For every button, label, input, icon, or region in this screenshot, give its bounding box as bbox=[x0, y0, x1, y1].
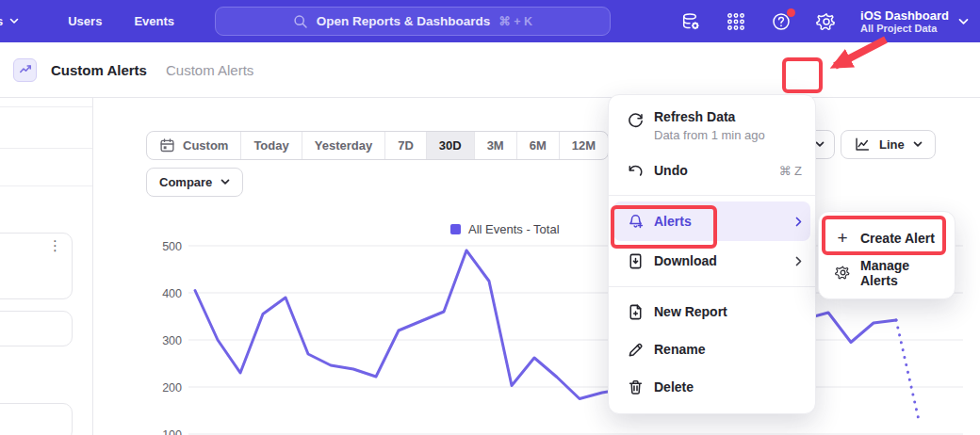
trash-icon bbox=[626, 378, 645, 396]
top-nav-bar: s Users Events Open Reports & Dashboards… bbox=[0, 0, 980, 42]
help-icon[interactable] bbox=[770, 10, 792, 33]
submenu-item-manage-alerts[interactable]: Manage Alerts bbox=[819, 255, 955, 290]
submenu-chevron-icon bbox=[795, 217, 802, 227]
compare-label: Compare bbox=[159, 175, 212, 189]
range-label: Today bbox=[253, 138, 288, 153]
menu-item-shortcut: ⌘ Z bbox=[778, 164, 802, 178]
menu-item-subtext: Data from 1 min ago bbox=[654, 128, 765, 142]
kebab-menu-icon[interactable]: ⋮ bbox=[48, 242, 62, 249]
submenu-item-create-alert[interactable]: + Create Alert bbox=[819, 220, 955, 255]
list-divider bbox=[0, 106, 92, 107]
range-7d[interactable]: 7D bbox=[385, 132, 427, 159]
range-label: 3M bbox=[487, 138, 504, 153]
legend-label: All Events - Total bbox=[468, 222, 560, 236]
svg-text:200: 200 bbox=[162, 381, 182, 395]
svg-text:400: 400 bbox=[162, 287, 182, 300]
menu-item-label: Alerts bbox=[654, 214, 692, 229]
range-today[interactable]: Today bbox=[241, 132, 302, 159]
breadcrumb: Custom Alerts bbox=[166, 62, 253, 78]
nav-item-truncated[interactable]: s bbox=[0, 14, 19, 28]
chevron-down-icon bbox=[815, 141, 825, 148]
chart-legend: All Events - Total bbox=[450, 222, 560, 236]
project-switcher[interactable]: iOS Dashboard All Project Data bbox=[860, 8, 969, 35]
line-chart-icon bbox=[854, 137, 871, 153]
search-icon bbox=[293, 14, 308, 29]
menu-item-alerts[interactable]: Alerts bbox=[613, 201, 810, 241]
submenu-item-label: Create Alert bbox=[860, 231, 935, 246]
alert-bell-icon bbox=[626, 212, 645, 231]
search-placeholder: Open Reports & Dashboards bbox=[317, 14, 491, 28]
menu-item-rename[interactable]: Rename bbox=[609, 330, 815, 368]
range-label: 6M bbox=[530, 138, 547, 153]
menu-item-download[interactable]: Download bbox=[609, 241, 815, 281]
chevron-down-icon bbox=[958, 18, 969, 25]
legend-swatch bbox=[450, 224, 461, 234]
menu-item-label: Rename bbox=[654, 342, 705, 357]
svg-text:300: 300 bbox=[162, 334, 182, 347]
nav-item-events[interactable]: Events bbox=[134, 14, 174, 28]
app-window: s Users Events Open Reports & Dashboards… bbox=[0, 0, 980, 435]
range-12m[interactable]: 12M bbox=[560, 132, 608, 159]
menu-item-label: Undo bbox=[654, 163, 688, 178]
compare-button[interactable]: Compare bbox=[146, 168, 243, 197]
menu-item-label: New Report bbox=[654, 304, 727, 319]
menu-item-delete[interactable]: Delete bbox=[609, 368, 815, 406]
range-label: 30D bbox=[439, 138, 462, 153]
chart-type-button[interactable]: Line bbox=[841, 130, 936, 159]
menu-divider bbox=[609, 286, 815, 287]
panel-card[interactable] bbox=[0, 311, 73, 346]
undo-icon bbox=[626, 161, 645, 180]
data-management-icon[interactable] bbox=[679, 10, 702, 33]
svg-text:500: 500 bbox=[162, 240, 182, 253]
range-3m[interactable]: 3M bbox=[475, 132, 517, 159]
menu-item-label: Refresh Data bbox=[654, 109, 735, 124]
nav-item-users[interactable]: Users bbox=[68, 14, 102, 28]
range-label: Yesterday bbox=[315, 138, 372, 153]
chevron-down-icon bbox=[220, 179, 230, 185]
notification-dot bbox=[787, 8, 795, 17]
nav-right-cluster: iOS Dashboard All Project Data bbox=[679, 0, 980, 42]
range-6m[interactable]: 6M bbox=[517, 132, 560, 159]
range-yesterday[interactable]: Yesterday bbox=[302, 132, 385, 159]
settings-icon[interactable] bbox=[815, 10, 838, 33]
chevron-down-icon bbox=[9, 18, 19, 24]
apps-grid-icon[interactable] bbox=[725, 10, 747, 33]
range-label: 7D bbox=[398, 138, 414, 153]
menu-item-label: Download bbox=[654, 253, 717, 268]
chevron-down-icon bbox=[913, 141, 923, 148]
panel-card[interactable] bbox=[0, 403, 73, 435]
list-divider bbox=[0, 185, 92, 186]
plus-icon: + bbox=[834, 230, 851, 247]
menu-item-new-report[interactable]: New Report bbox=[609, 293, 815, 330]
menu-item-refresh-data[interactable]: Refresh Data Data from 1 min ago bbox=[609, 103, 815, 152]
search-shortcut: ⌘ + K bbox=[498, 14, 532, 28]
project-subtitle: All Project Data bbox=[860, 23, 949, 35]
refresh-icon bbox=[626, 111, 645, 130]
global-search-input[interactable]: Open Reports & Dashboards ⌘ + K bbox=[215, 7, 611, 36]
date-range-segmented-control: Custom Today Yesterday 7D 30D 3M 6M 12M bbox=[146, 131, 609, 160]
new-report-icon bbox=[626, 302, 645, 321]
list-divider bbox=[0, 148, 92, 149]
page-title: Custom Alerts bbox=[51, 62, 147, 78]
svg-text:100: 100 bbox=[162, 428, 182, 435]
submenu-item-label: Manage Alerts bbox=[860, 258, 943, 288]
menu-item-label: Delete bbox=[654, 379, 694, 395]
report-toolbar: Custom Alerts Custom Alerts bbox=[0, 42, 980, 98]
download-icon bbox=[626, 251, 645, 270]
menu-item-undo[interactable]: Undo ⌘ Z bbox=[609, 152, 815, 189]
menu-divider bbox=[609, 195, 815, 196]
range-custom[interactable]: Custom bbox=[147, 132, 241, 159]
report-chart-icon bbox=[13, 58, 37, 82]
pencil-icon bbox=[626, 340, 645, 359]
range-30d[interactable]: 30D bbox=[427, 132, 475, 159]
calendar-icon bbox=[159, 137, 175, 153]
chart-type-label: Line bbox=[879, 137, 905, 152]
gear-icon bbox=[834, 265, 851, 282]
project-title: iOS Dashboard bbox=[860, 8, 949, 23]
context-menu: Refresh Data Data from 1 min ago Undo ⌘ … bbox=[608, 94, 816, 414]
submenu-chevron-icon bbox=[795, 256, 802, 266]
nav-item-truncated-label: s bbox=[0, 14, 3, 28]
range-label: 12M bbox=[572, 138, 596, 153]
range-label: Custom bbox=[183, 138, 228, 153]
alerts-submenu: + Create Alert Manage Alerts bbox=[818, 211, 956, 299]
